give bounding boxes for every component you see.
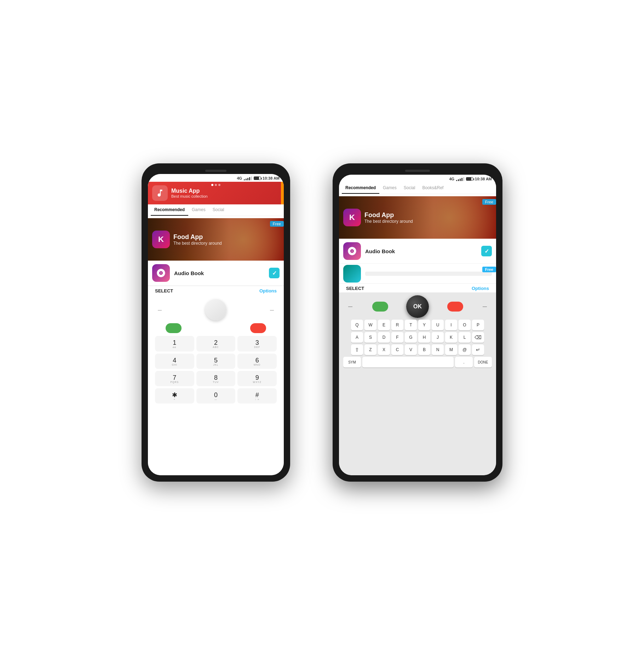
phone1-time: 10:38 AM xyxy=(263,176,280,180)
tab-social[interactable]: Social xyxy=(209,204,228,216)
key-e[interactable]: E xyxy=(378,320,390,330)
food-app-desc: The best directory around xyxy=(173,241,280,246)
key-8[interactable]: 8TUV xyxy=(196,371,236,386)
key-0[interactable]: 0— xyxy=(196,388,236,403)
p2-ok-btn[interactable]: OK xyxy=(406,295,429,318)
phone2-battery xyxy=(466,177,473,181)
p2-tab-books[interactable]: Books&Ref xyxy=(419,182,447,194)
key-1[interactable]: 1⌀⌀ xyxy=(155,336,194,351)
key-y[interactable]: Y xyxy=(418,320,430,330)
key-u[interactable]: U xyxy=(432,320,444,330)
key-star[interactable]: ✱+ xyxy=(155,388,194,403)
phone2-food-card[interactable]: K Food App The best directory around Fre… xyxy=(339,196,496,239)
phone2-partial-text xyxy=(365,272,492,276)
key-p[interactable]: P xyxy=(472,320,484,330)
phone2-tabs: Recommended Games Social Books&Ref xyxy=(339,182,496,194)
key-c[interactable]: C xyxy=(391,344,403,355)
key-3[interactable]: 3DEF xyxy=(237,336,277,351)
key-o[interactable]: O xyxy=(459,320,471,330)
qwerty-row4: SYM . DONE xyxy=(343,357,492,367)
phone1-tabs: Recommended Games Social xyxy=(148,204,284,216)
key-done[interactable]: DONE xyxy=(474,357,492,367)
food-card-content: K Food App The best directory around xyxy=(148,218,284,261)
key-f[interactable]: F xyxy=(391,332,403,343)
soft-key-left[interactable]: — xyxy=(155,306,165,313)
music-banner[interactable]: Music App Best music collection xyxy=(148,182,284,204)
p2-call-green[interactable] xyxy=(372,302,388,312)
key-hash[interactable]: #↑ » xyxy=(237,388,277,403)
p2-tab-games[interactable]: Games xyxy=(379,182,400,194)
phone2-food-text: Food App The best directory around xyxy=(364,211,492,224)
qwerty-row1: Q W E R T Y U I O P xyxy=(343,320,492,330)
p2-tab-recommended[interactable]: Recommended xyxy=(342,182,379,194)
p2-call-red[interactable] xyxy=(447,302,463,312)
phone2-select-btn[interactable]: SELECT xyxy=(346,286,364,291)
phone2-partial-row[interactable]: Free xyxy=(339,264,496,283)
food-app-card[interactable]: K Food App The best directory around Fre… xyxy=(148,218,284,261)
call-green-btn[interactable] xyxy=(166,323,182,333)
phone1: 4G 10:38 AM xyxy=(142,163,290,482)
tab-games[interactable]: Games xyxy=(188,204,209,216)
key-d[interactable]: D xyxy=(378,332,390,343)
key-t[interactable]: T xyxy=(405,320,417,330)
key-a[interactable]: A xyxy=(351,332,363,343)
key-m[interactable]: M xyxy=(445,344,457,355)
options-button[interactable]: Options xyxy=(259,288,277,294)
key-g[interactable]: G xyxy=(405,332,417,343)
p2-tab-social[interactable]: Social xyxy=(400,182,419,194)
phone2-screen: 4G 10:38 AM Recommended Games Social xyxy=(339,175,496,292)
key-x[interactable]: X xyxy=(378,344,390,355)
phone2-body: 4G 10:38 AM Recommended Games Social xyxy=(339,175,496,475)
key-w[interactable]: W xyxy=(364,320,376,330)
phone2-speaker xyxy=(405,170,430,172)
audio-book-row[interactable]: Audio Book ✓ xyxy=(148,261,284,286)
key-s[interactable]: S xyxy=(364,332,376,343)
key-n[interactable]: N xyxy=(432,344,444,355)
key-l[interactable]: L xyxy=(459,332,471,343)
phone1-num-grid: 1⌀⌀ 2ABC 3DEF 4GHI 5JKL 6MNO 7PQ xyxy=(155,336,277,403)
key-5[interactable]: 5JKL xyxy=(196,354,236,369)
tab-recommended[interactable]: Recommended xyxy=(151,204,188,216)
key-h[interactable]: H xyxy=(418,332,430,343)
key-enter[interactable]: ↵ xyxy=(472,344,484,355)
key-z[interactable]: Z xyxy=(364,344,376,355)
key-i[interactable]: I xyxy=(445,320,457,330)
audio-book-check: ✓ xyxy=(269,268,280,278)
key-q[interactable]: Q xyxy=(351,320,363,330)
phone2-audio-name: Audio Book xyxy=(365,248,477,254)
key-space[interactable] xyxy=(362,357,454,367)
key-7[interactable]: 7PQRS xyxy=(155,371,194,386)
audio-book-text: Audio Book xyxy=(174,270,265,276)
food-app-icon: K xyxy=(152,231,170,248)
select-button[interactable]: SELECT xyxy=(155,288,173,294)
phone1-screen: 4G 10:38 AM xyxy=(148,174,284,295)
p2-soft-right[interactable]: — xyxy=(481,303,488,310)
key-r[interactable]: R xyxy=(391,320,403,330)
call-red-btn[interactable] xyxy=(250,323,266,333)
key-9[interactable]: 9WXYZ xyxy=(237,371,277,386)
soft-key-right[interactable]: — xyxy=(267,306,277,313)
key-sym[interactable]: SYM xyxy=(343,357,361,367)
key-2[interactable]: 2ABC xyxy=(196,336,236,351)
qwerty-row2: A S D F G H J K L ⌫ xyxy=(343,332,492,343)
key-at[interactable]: @ xyxy=(459,344,471,355)
key-k[interactable]: K xyxy=(445,332,457,343)
center-nav-btn[interactable] xyxy=(205,299,226,320)
key-b[interactable]: B xyxy=(418,344,430,355)
key-shift[interactable]: ⇧ xyxy=(351,344,363,355)
phone1-status-bar: 4G 10:38 AM xyxy=(148,174,284,182)
key-4[interactable]: 4GHI xyxy=(155,354,194,369)
phone2-food-name: Food App xyxy=(364,211,492,219)
phone2-audio-icon xyxy=(343,242,361,260)
phone2-keypad: — OK — Q W E R T Y U I O P A xyxy=(339,292,496,475)
key-6[interactable]: 6MNO xyxy=(237,354,277,369)
key-period[interactable]: . xyxy=(455,357,473,367)
p2-soft-left[interactable]: — xyxy=(347,303,354,310)
key-backspace[interactable]: ⌫ xyxy=(472,332,484,343)
key-v[interactable]: V xyxy=(405,344,417,355)
banner-side-strip xyxy=(281,182,284,204)
phone2-audio-row[interactable]: Audio Book ✓ xyxy=(339,239,496,264)
phone2-audio-check: ✓ xyxy=(481,246,492,256)
key-j[interactable]: J xyxy=(432,332,444,343)
phone2-options-btn[interactable]: Options xyxy=(472,286,489,291)
